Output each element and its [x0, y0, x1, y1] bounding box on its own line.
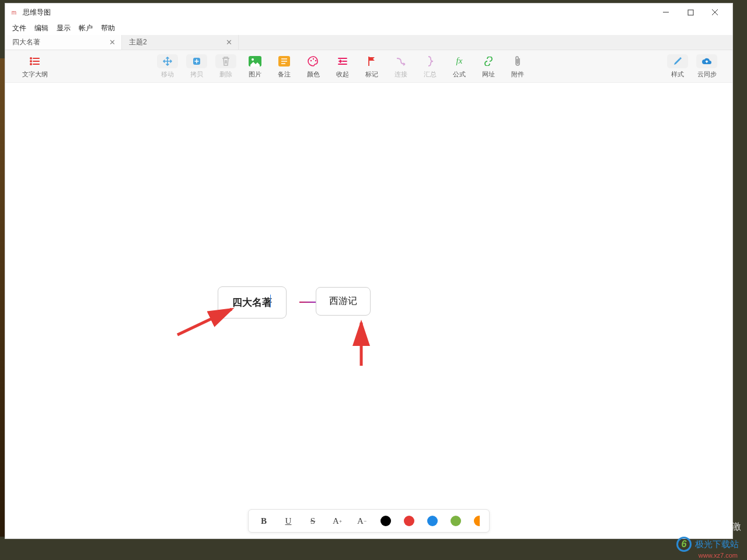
color-swatch-orange[interactable] [474, 516, 480, 526]
app-title: 思维导图 [23, 8, 659, 18]
tool-label: 网址 [482, 70, 495, 79]
delete-button[interactable]: 删除 [214, 52, 238, 80]
tool-label: 图片 [249, 70, 261, 79]
node-connector [299, 302, 316, 303]
tool-label: 连接 [395, 70, 407, 79]
minimize-button[interactable] [659, 5, 673, 19]
font-decrease-button[interactable]: A− [356, 515, 368, 527]
close-button[interactable] [708, 5, 722, 19]
menu-file[interactable]: 文件 [12, 23, 26, 33]
tab-0[interactable]: 四大名著 ✕ [5, 35, 122, 50]
window-controls [659, 5, 728, 19]
tab-bar: 四大名著 ✕ 主题2 ✕ [5, 35, 732, 50]
attach-button[interactable]: 附件 [506, 52, 529, 80]
note-button[interactable]: 备注 [273, 52, 296, 80]
desktop-edge [0, 58, 5, 537]
watermark-brand: 极光下载站 [695, 539, 739, 550]
menu-view[interactable]: 显示 [57, 23, 71, 33]
node-text: 西游记 [329, 296, 357, 306]
trash-icon [215, 54, 236, 68]
tool-label: 拷贝 [190, 70, 203, 79]
cloud-icon [696, 54, 717, 68]
image-icon [245, 54, 266, 68]
toolbar: 文字大纲 移动 拷贝 删除 [5, 50, 732, 83]
image-button[interactable]: 图片 [243, 52, 267, 80]
svg-point-19 [315, 60, 316, 61]
list-icon [25, 54, 46, 68]
tool-label: 文字大纲 [22, 70, 48, 79]
paperclip-icon [507, 54, 528, 68]
flag-icon [361, 54, 382, 68]
summary-button[interactable]: 汇总 [418, 52, 442, 80]
font-increase-button[interactable]: A+ [331, 515, 343, 527]
tab-close-icon[interactable]: ✕ [109, 38, 116, 47]
copy-icon [186, 54, 207, 68]
tab-1[interactable]: 主题2 ✕ [122, 35, 239, 50]
tool-label: 汇总 [424, 70, 437, 79]
brace-icon [420, 54, 441, 68]
style-button[interactable]: 样式 [666, 52, 689, 80]
title-bar: m 思维导图 [5, 4, 732, 21]
toolbar-middle: 移动 拷贝 删除 图片 [156, 52, 529, 80]
watermark-icon: 6 [676, 537, 692, 552]
tool-label: 云同步 [697, 70, 717, 79]
tool-label: 颜色 [307, 70, 320, 79]
color-button[interactable]: 颜色 [302, 52, 325, 80]
svg-point-6 [30, 61, 32, 62]
menu-edit[interactable]: 编辑 [34, 23, 48, 33]
menu-account[interactable]: 帐户 [79, 23, 93, 33]
svg-point-17 [310, 60, 312, 61]
svg-point-18 [313, 58, 314, 59]
color-swatch-red[interactable] [404, 516, 414, 526]
url-button[interactable]: 网址 [477, 52, 500, 80]
tool-label: 公式 [453, 70, 466, 79]
maximize-button[interactable] [683, 5, 697, 19]
collapse-icon [332, 54, 353, 68]
svg-point-4 [30, 58, 32, 59]
formula-icon: fx [449, 54, 470, 68]
tool-label: 移动 [161, 70, 174, 79]
central-node[interactable]: 四大名著 [218, 286, 287, 318]
tool-label: 删除 [219, 70, 232, 79]
strikethrough-button[interactable]: S [307, 515, 319, 527]
bold-button[interactable]: B [258, 515, 270, 527]
child-node-1[interactable]: 西游记 [316, 287, 371, 316]
toolbar-right: 样式 云同步 [666, 52, 718, 80]
palette-icon [303, 54, 324, 68]
color-swatch-blue[interactable] [427, 516, 438, 526]
watermark-logo: 6 极光下载站 [676, 537, 739, 552]
formula-button[interactable]: fx 公式 [448, 52, 471, 80]
tool-label: 样式 [671, 70, 684, 79]
tab-close-icon[interactable]: ✕ [226, 38, 232, 47]
tab-label: 主题2 [129, 37, 147, 47]
move-button[interactable]: 移动 [156, 52, 179, 80]
note-icon [274, 54, 295, 68]
copy-button[interactable]: 拷贝 [185, 52, 208, 80]
mindmap-canvas[interactable]: 四大名著 西游记 B U S A+ A− [5, 83, 732, 538]
text-cursor [270, 295, 271, 307]
menu-help[interactable]: 帮助 [101, 23, 115, 33]
node-text: 四大名著 [232, 297, 272, 308]
tab-label: 四大名著 [12, 37, 40, 47]
color-swatch-green[interactable] [451, 516, 461, 526]
link-button[interactable]: 连接 [389, 52, 413, 80]
app-logo-icon: m [10, 8, 18, 16]
activate-hint: 激 [732, 521, 741, 533]
connect-icon [390, 54, 411, 68]
color-swatch-black[interactable] [381, 516, 391, 526]
tool-label: 收起 [336, 70, 349, 79]
move-icon [157, 54, 178, 68]
menu-bar: 文件 编辑 显示 帐户 帮助 [5, 21, 732, 35]
underline-button[interactable]: U [282, 515, 294, 527]
brush-icon [667, 54, 688, 68]
tool-label: 附件 [511, 70, 524, 79]
outline-button[interactable]: 文字大纲 [19, 52, 51, 80]
cloud-button[interactable]: 云同步 [695, 52, 718, 80]
toolbar-left: 文字大纲 [19, 52, 51, 80]
tool-label: 标记 [365, 70, 378, 79]
mark-button[interactable]: 标记 [360, 52, 383, 80]
annotation-arrow-icon [350, 318, 373, 370]
svg-point-12 [252, 58, 254, 61]
collapse-button[interactable]: 收起 [331, 52, 354, 80]
format-toolbar: B U S A+ A− [248, 509, 490, 533]
